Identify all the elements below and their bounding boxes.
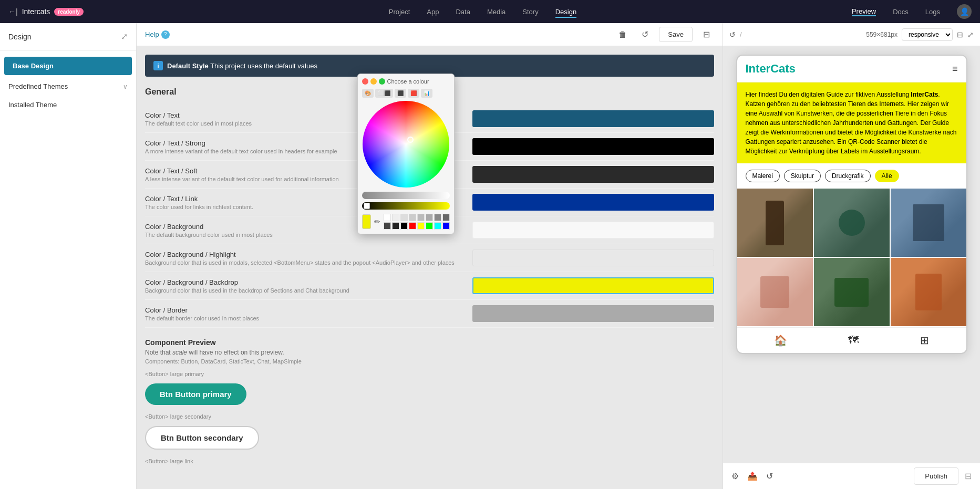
wheel-cursor[interactable] [407,137,414,143]
preset-cell[interactable] [434,214,441,221]
share-button[interactable]: 📤 [747,471,758,481]
preset-cell[interactable] [442,214,450,221]
home-nav-icon[interactable]: 🏠 [774,334,787,347]
sidebar-item-installed-theme[interactable]: Installed Theme [0,96,136,114]
back-arrow[interactable]: ←| [8,7,18,16]
undo-button[interactable]: ↺ [637,27,653,41]
color-wheel-container [363,101,449,188]
split-view-button[interactable]: ⊟ [957,30,963,39]
btn-secondary-preview[interactable]: Btn Button secondary [145,426,259,450]
btn-primary-preview[interactable]: Btn Button primary [145,383,246,405]
undo-publish-button[interactable]: ↺ [766,471,773,481]
filter-druckgrafik[interactable]: Druckgrafik [825,170,871,182]
info-text: Default Style This project uses the defa… [167,62,317,70]
readonly-badge: readonly [54,8,84,16]
preset-cell[interactable] [442,222,450,230]
save-button[interactable]: Save [659,27,693,42]
more-button[interactable]: ⊟ [699,27,714,41]
nav-design[interactable]: Design [555,6,576,18]
picker-tab-wheel[interactable]: 🎨 [362,89,374,98]
picker-tab-sliders[interactable]: ⬜⬛ [375,89,393,98]
app-name: Intercats [22,7,50,16]
hamburger-menu-icon[interactable]: ≡ [952,64,958,75]
responsive-select[interactable]: responsive mobile tablet desktop [902,28,953,41]
picker-header: Choose a colour [362,78,450,85]
preset-cell[interactable] [426,214,433,221]
nav-media[interactable]: Media [487,6,506,18]
component-preview: Component Preview Note that scale will h… [145,338,714,464]
publish-button[interactable]: Publish [914,467,958,485]
nav-story[interactable]: Story [522,6,538,18]
filter-malerei[interactable]: Malerei [746,170,780,182]
preset-cell[interactable] [426,222,433,230]
preset-cell[interactable] [417,222,425,230]
filter-alle[interactable]: Alle [875,170,899,182]
picker-maximize-btn[interactable] [379,78,385,85]
picker-minimize-btn[interactable] [370,78,377,85]
artwork-cell-5[interactable] [814,258,890,326]
color-bg-swatch[interactable] [472,222,714,238]
artwork-cell-2[interactable] [814,189,890,257]
eyedropper-button[interactable]: ✏ [374,217,380,226]
color-strong-swatch[interactable] [472,138,714,155]
top-nav-left: ←| Intercats readonly [8,7,114,16]
publish-bar: ⚙ 📤 ↺ Publish ⊟ [723,463,980,489]
artwork-cell-1[interactable] [737,189,813,257]
chevron-down-icon: ∨ [123,83,128,90]
preset-cell[interactable] [434,222,441,230]
picker-tab-grid[interactable]: ⬛ [395,89,406,98]
color-row-border: Color / Border The default border color … [145,300,714,328]
nav-data[interactable]: Data [456,6,470,18]
color-soft-swatch[interactable] [472,166,714,183]
nav-project[interactable]: Project [389,6,410,18]
preset-cell[interactable] [392,214,399,221]
color-highlight-label: Color / Background / Highlight [145,251,472,258]
nav-preview[interactable]: Preview [852,7,876,16]
nav-app[interactable]: App [427,6,439,18]
settings-button[interactable]: ⚙ [731,471,739,481]
sidebar-item-base-design[interactable]: Base Design [4,57,132,75]
picker-title: Choose a colour [387,78,429,85]
picker-tab-palette[interactable]: 📊 [421,89,432,98]
preset-cell[interactable] [392,222,399,230]
gradient-bar[interactable] [362,202,450,210]
help-button[interactable]: Help ? [145,30,170,39]
reload-button[interactable]: ↺ [729,30,736,39]
preset-cell[interactable] [400,222,408,230]
map-nav-icon[interactable]: 🗺 [848,334,859,347]
preset-cell[interactable] [384,222,391,230]
artwork-cell-4[interactable] [737,258,813,326]
delete-button[interactable]: 🗑 [614,28,631,41]
sidebar-item-predefined-themes[interactable]: Predefined Themes ∨ [0,77,136,96]
nav-docs[interactable]: Docs [893,8,909,16]
color-border-swatch[interactable] [472,305,714,322]
preview-components-label: Components: Button, DataCard, StaticText… [145,358,714,365]
avatar[interactable]: 👤 [957,4,972,19]
color-wheel[interactable] [363,101,449,188]
preview-title: Component Preview [145,338,714,347]
gradient-handle[interactable] [364,203,370,209]
preset-cell[interactable] [384,214,391,221]
expand-icon[interactable]: ⤢ [121,32,128,41]
artwork-cell-3[interactable] [891,189,966,257]
grid-nav-icon[interactable]: ⊞ [920,334,929,347]
expand-preview-button[interactable]: ⤢ [967,30,974,39]
preset-cell[interactable] [409,214,416,221]
color-link-swatch[interactable] [472,194,714,211]
brightness-track[interactable] [362,192,450,199]
publish-save-icon[interactable]: ⊟ [965,471,972,481]
picker-close-btn[interactable] [362,78,368,85]
current-color-swatch[interactable] [362,214,371,229]
preset-cell[interactable] [417,214,425,221]
preset-cell[interactable] [400,214,408,221]
filter-skulptur[interactable]: Skulptur [784,170,821,182]
color-backdrop-desc: Background color that is used in the bac… [145,287,472,294]
color-text-swatch[interactable] [472,110,714,127]
picker-tab-image[interactable]: 🟥 [408,89,419,98]
preset-cell[interactable] [409,222,416,230]
nav-logs[interactable]: Logs [925,8,940,16]
color-backdrop-swatch[interactable] [472,277,714,294]
device-frame: InterCats ≡ Hier findest Du den digitale… [736,55,967,354]
artwork-cell-6[interactable] [891,258,966,326]
color-highlight-swatch[interactable] [472,249,714,266]
